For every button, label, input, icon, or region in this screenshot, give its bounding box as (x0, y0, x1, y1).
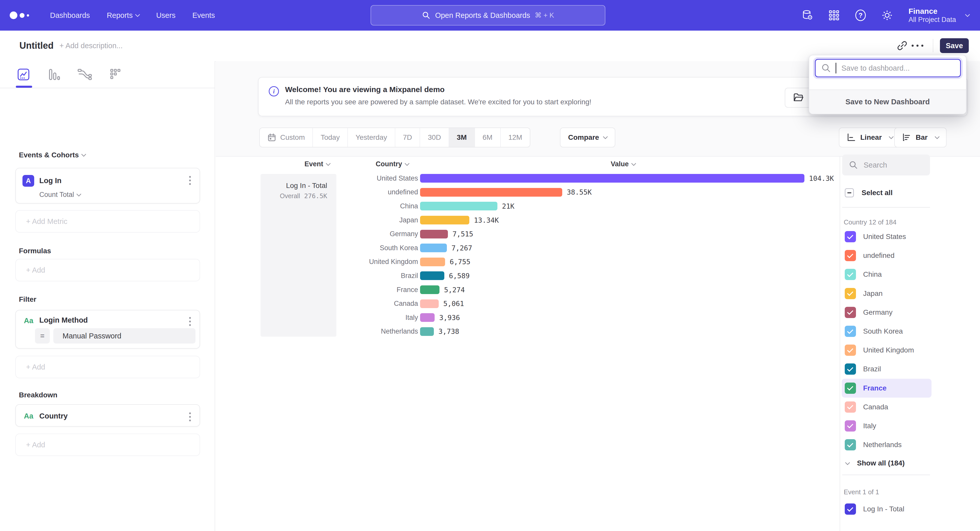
add-metric-button[interactable]: + Add Metric (15, 210, 200, 233)
metric-card[interactable]: A Log In Count Total (15, 168, 200, 203)
scale-selector-button[interactable]: Linear (839, 127, 900, 147)
tab-funnels[interactable] (45, 66, 63, 82)
text-caret (835, 63, 836, 73)
bar-segment[interactable] (420, 300, 439, 308)
add-breakdown-button[interactable]: + Add (15, 434, 200, 456)
tab-insights[interactable] (14, 66, 33, 82)
save-button[interactable]: Save (940, 38, 969, 53)
range-12m[interactable]: 12M (500, 128, 530, 147)
nav-item-events[interactable]: Events (192, 11, 215, 20)
select-all-row[interactable]: Select all (845, 188, 892, 197)
column-header-event[interactable]: Event (304, 160, 330, 168)
bar-segment[interactable] (420, 230, 448, 238)
column-header-value[interactable]: Value (611, 160, 635, 168)
country-option-united-kingdom[interactable]: United Kingdom (842, 341, 932, 360)
range-yesterday[interactable]: Yesterday (347, 128, 395, 147)
range-today[interactable]: Today (312, 128, 347, 147)
country-option-netherlands[interactable]: Netherlands (842, 435, 932, 454)
bar-segment[interactable] (420, 258, 445, 266)
country-option-china[interactable]: China (842, 265, 932, 284)
column-header-country[interactable]: Country (375, 160, 409, 168)
checkbox-checked[interactable] (845, 269, 856, 280)
breakdown-property-name[interactable]: Country (39, 412, 68, 420)
add-filter-button[interactable]: + Add (15, 356, 200, 378)
country-option-undefined[interactable]: undefined (842, 246, 932, 265)
checkbox-checked[interactable] (845, 401, 856, 413)
bar-segment[interactable] (420, 188, 562, 197)
global-search-button[interactable]: Open Reports & Dashboards ⌘ + K (371, 5, 605, 25)
filter-property-name[interactable]: Login Method (39, 316, 88, 324)
country-option-italy[interactable]: Italy (842, 417, 932, 435)
range-3m[interactable]: 3M (449, 128, 474, 147)
add-description-button[interactable]: + Add description... (59, 31, 123, 61)
chart-row-china: China21K (268, 199, 837, 213)
copy-link-icon[interactable] (894, 38, 910, 53)
apps-grid-icon[interactable] (827, 9, 841, 22)
filter-card[interactable]: Aa Login Method = Manual Password (15, 310, 200, 349)
show-all-row[interactable]: Show all (184) (846, 459, 905, 467)
range-6m[interactable]: 6M (474, 128, 500, 147)
nav-item-users[interactable]: Users (156, 11, 176, 20)
bar-segment[interactable] (420, 216, 469, 224)
checkbox-checked[interactable] (845, 250, 856, 261)
checkbox-indeterminate[interactable] (845, 188, 854, 197)
range-30d[interactable]: 30D (420, 128, 449, 147)
checkbox-checked[interactable] (845, 288, 856, 299)
filter-operator[interactable]: = (35, 328, 50, 344)
legend-search-input[interactable] (863, 161, 925, 170)
bar-segment[interactable] (420, 244, 447, 252)
compare-button[interactable]: Compare (560, 127, 615, 147)
checkbox-checked[interactable] (845, 307, 856, 318)
settings-gear-icon[interactable] (880, 9, 894, 22)
filter-kebab-icon[interactable] (188, 315, 192, 328)
legend-search-box[interactable] (842, 155, 930, 176)
bar-segment[interactable] (420, 285, 439, 294)
metric-kebab-icon[interactable] (188, 174, 192, 186)
country-option-south-korea[interactable]: South Korea (842, 322, 932, 341)
country-option-japan[interactable]: Japan (842, 284, 932, 303)
country-option-france[interactable]: France (842, 379, 932, 398)
project-switcher[interactable]: Finance All Project Data (908, 7, 969, 24)
save-to-new-dashboard-button[interactable]: Save to New Dashboard (809, 90, 966, 114)
nav-item-reports[interactable]: Reports (107, 11, 139, 20)
tab-flows[interactable] (76, 66, 94, 82)
chart-type-selector-button[interactable]: Bar (894, 127, 947, 147)
country-option-united-states[interactable]: United States (842, 227, 932, 246)
project-name: Finance (908, 7, 956, 16)
checkbox-checked[interactable] (845, 420, 856, 431)
country-option-canada[interactable]: Canada (842, 398, 932, 417)
nav-item-dashboards[interactable]: Dashboards (50, 11, 90, 20)
tab-retention[interactable] (106, 66, 124, 82)
breakdown-card[interactable]: Aa Country (15, 404, 200, 427)
events-cohorts-header[interactable]: Events & Cohorts (19, 151, 86, 159)
metric-event-name[interactable]: Log In (39, 176, 62, 185)
country-option-germany[interactable]: Germany (842, 303, 932, 322)
range-custom[interactable]: Custom (260, 128, 312, 147)
metric-aggregation[interactable]: Count Total (39, 191, 81, 199)
breakdown-kebab-icon[interactable] (188, 411, 192, 423)
add-formula-button[interactable]: + Add (15, 259, 200, 281)
checkbox-checked[interactable] (845, 504, 856, 515)
checkbox-checked[interactable] (845, 363, 856, 375)
bar-segment[interactable] (420, 202, 497, 211)
checkbox-checked[interactable] (845, 382, 856, 394)
checkbox-checked[interactable] (845, 231, 856, 242)
bar-segment[interactable] (420, 271, 444, 280)
more-options-icon[interactable] (910, 38, 925, 53)
checkbox-checked[interactable] (845, 345, 856, 356)
report-title[interactable]: Untitled (19, 31, 54, 61)
help-icon[interactable]: ? (854, 9, 867, 22)
chevron-down-icon (935, 134, 940, 139)
range-7d[interactable]: 7D (395, 128, 420, 147)
bar-segment[interactable] (420, 313, 434, 322)
event-legend-row[interactable]: Log In - Total (845, 504, 904, 515)
save-dashboard-search-input[interactable]: Save to dashboard... (815, 59, 961, 77)
bar-segment[interactable] (420, 327, 434, 336)
filter-value[interactable]: Manual Password (53, 328, 196, 344)
mixpanel-logo-icon[interactable] (10, 11, 33, 19)
data-management-icon[interactable] (801, 9, 814, 22)
country-option-brazil[interactable]: Brazil (842, 360, 932, 379)
checkbox-checked[interactable] (845, 439, 856, 450)
bar-segment[interactable] (420, 174, 804, 182)
checkbox-checked[interactable] (845, 326, 856, 337)
